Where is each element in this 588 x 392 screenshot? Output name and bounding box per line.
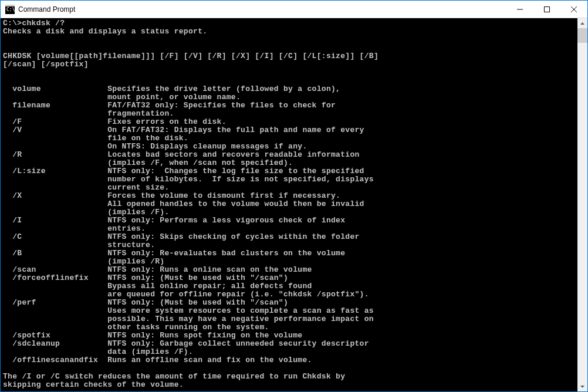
maximize-button[interactable] — [533, 1, 560, 18]
svg-marker-8 — [580, 386, 584, 388]
svg-rect-1 — [5, 5, 15, 6]
scroll-track[interactable] — [577, 28, 587, 381]
minimize-button[interactable] — [506, 1, 533, 18]
svg-rect-4 — [545, 7, 550, 12]
cmd-icon: C:\ — [5, 5, 15, 14]
svg-marker-7 — [580, 22, 584, 25]
console-output[interactable]: C:\>chkdsk /? Checks a disk and displays… — [1, 18, 577, 391]
close-button[interactable] — [560, 1, 587, 18]
scroll-thumb[interactable] — [577, 28, 587, 43]
scroll-down-arrow[interactable] — [577, 381, 587, 391]
vertical-scrollbar[interactable] — [577, 18, 587, 391]
window-title: Command Prompt — [18, 5, 506, 13]
scroll-up-arrow[interactable] — [577, 18, 587, 28]
svg-text:C:\: C:\ — [6, 7, 15, 12]
titlebar[interactable]: C:\ Command Prompt — [1, 1, 587, 18]
window-controls — [506, 1, 587, 18]
